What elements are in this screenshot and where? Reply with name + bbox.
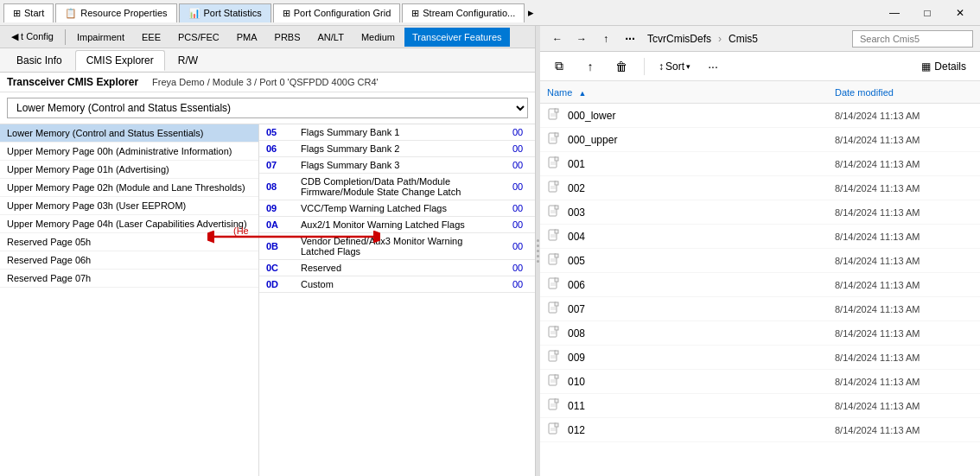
file-name: 000_lower <box>568 110 828 122</box>
register-row[interactable]: 0D Custom 00 <box>259 276 535 293</box>
explorer-more-nav-button[interactable]: ··· <box>620 29 640 49</box>
path-item-cmis5[interactable]: Cmis5 <box>725 31 761 47</box>
tab-port-config-grid[interactable]: ⊞ Port Configuration Grid <box>273 3 401 22</box>
file-list-item[interactable]: 001 8/14/2024 11:13 AM <box>540 152 980 176</box>
memory-page-dropdown[interactable]: Lower Memory (Control and Status Essenti… <box>7 98 528 118</box>
file-list-item[interactable]: 006 8/14/2024 11:13 AM <box>540 273 980 297</box>
close-button[interactable]: ✕ <box>944 1 977 25</box>
tab-rw-label: R/W <box>178 54 198 67</box>
memory-list-item[interactable]: Upper Memory Page 00h (Administrative In… <box>0 143 258 161</box>
register-table-area: 05 Flags Summary Bank 1 00 06 Flags Summ… <box>259 124 535 476</box>
file-list-item[interactable]: 004 8/14/2024 11:13 AM <box>540 225 980 249</box>
tab-basic-info[interactable]: Basic Info <box>5 50 73 71</box>
register-row[interactable]: 06 Flags Summary Bank 2 00 <box>259 141 535 157</box>
cmis-header: Transceiver CMIS Explorer Freya Demo / M… <box>0 73 535 92</box>
file-list-item[interactable]: 012 8/14/2024 11:13 AM <box>540 418 980 442</box>
register-row[interactable]: 0A Aux2/1 Monitor Warning Latched Flags … <box>259 217 535 233</box>
tab-resource-properties[interactable]: 📋 Resource Properties <box>55 3 176 22</box>
register-name: CDB Completion/Data Path/Module Firmware… <box>294 174 500 200</box>
eee-button[interactable]: EEE <box>134 28 169 47</box>
memory-page-list[interactable]: Lower Memory (Control and Status Essenti… <box>0 124 259 476</box>
stream-config-icon: ⊞ <box>411 8 419 19</box>
memory-list-item[interactable]: Reserved Page 06h <box>0 251 258 270</box>
memory-list-item[interactable]: Lower Memory (Control and Status Essenti… <box>0 124 258 143</box>
pma-button[interactable]: PMA <box>229 28 265 47</box>
explorer-file-list: 000_lower 8/14/2024 11:13 AM 000_upper 8… <box>540 104 980 476</box>
pcs-fec-button[interactable]: PCS/FEC <box>170 28 227 47</box>
col-header-name[interactable]: Name ▲ <box>547 87 835 98</box>
svg-rect-17 <box>555 181 558 185</box>
explorer-forward-button[interactable]: → <box>571 29 592 49</box>
file-list-item[interactable]: 011 8/14/2024 11:13 AM <box>540 394 980 418</box>
file-name: 002 <box>568 182 828 194</box>
file-list-item[interactable]: 005 8/14/2024 11:13 AM <box>540 249 980 273</box>
file-list-item[interactable]: 003 8/14/2024 11:13 AM <box>540 200 980 225</box>
minimize-button[interactable]: — <box>878 1 911 25</box>
explorer-more-options-button[interactable]: ··· <box>701 54 725 79</box>
register-name: Flags Summary Bank 3 <box>294 157 500 174</box>
explorer-copy-button[interactable]: ⧉ <box>547 54 571 79</box>
sort-icon: ↕ <box>659 60 664 73</box>
back-config-button[interactable]: ◀ t Config <box>3 28 61 47</box>
col-name-label: Name <box>547 87 572 98</box>
memory-list-item[interactable]: Upper Memory Page 02h (Module and Lane T… <box>0 179 258 197</box>
tab-start[interactable]: ⊞ Start <box>3 3 54 22</box>
explorer-back-button[interactable]: ← <box>547 29 568 49</box>
file-list-item[interactable]: 000_lower 8/14/2024 11:13 AM <box>540 104 980 128</box>
more-tabs-icon[interactable]: ▸ <box>528 6 534 19</box>
medium-button[interactable]: Medium <box>353 28 403 47</box>
register-value: 00 <box>500 276 535 293</box>
tab-cmis-explorer[interactable]: CMIS Explorer <box>75 50 165 71</box>
file-date: 8/14/2024 11:13 AM <box>835 232 973 242</box>
memory-list-item[interactable]: Reserved Page 07h <box>0 270 258 288</box>
explorer-column-headers: Name ▲ Date modified <box>540 81 980 104</box>
file-list-item[interactable]: 008 8/14/2024 11:13 AM <box>540 321 980 346</box>
register-row[interactable]: 05 Flags Summary Bank 1 00 <box>259 124 535 141</box>
memory-list-item[interactable]: Upper Memory Page 04h (Laser Capabilitie… <box>0 215 258 233</box>
file-name: 010 <box>568 376 828 388</box>
register-row[interactable]: 09 VCC/Temp Warning Latched Flags 00 <box>259 200 535 217</box>
explorer-up-button[interactable]: ↑ <box>595 29 616 49</box>
explorer-details-button[interactable]: ▦ Details <box>914 58 973 75</box>
tab-stream-config[interactable]: ⊞ Stream Configuratio... <box>402 3 525 22</box>
memory-list-item[interactable]: Upper Memory Page 01h (Advertising) <box>0 161 258 179</box>
explorer-delete-button[interactable]: 🗑 <box>609 54 633 79</box>
maximize-button[interactable]: □ <box>911 1 944 25</box>
file-list-item[interactable]: 007 8/14/2024 11:13 AM <box>540 297 980 321</box>
file-date: 8/14/2024 11:13 AM <box>835 135 973 145</box>
memory-list-item[interactable]: Reserved Page 05h <box>0 233 258 251</box>
explorer-sort-up-button[interactable]: ↕ Sort ▾ <box>655 54 694 79</box>
cmis-description: Freya Demo / Module 3 / Port 0 'QSFPDD 4… <box>152 77 379 87</box>
tab-stream-config-label: Stream Configuratio... <box>423 8 515 18</box>
col-header-date[interactable]: Date modified <box>835 87 973 98</box>
register-row[interactable]: 08 CDB Completion/Data Path/Module Firmw… <box>259 174 535 200</box>
file-list-item[interactable]: 010 8/14/2024 11:13 AM <box>540 370 980 394</box>
tab-rw[interactable]: R/W <box>167 50 209 71</box>
svg-rect-53 <box>555 399 558 403</box>
register-row[interactable]: 07 Flags Summary Bank 3 00 <box>259 157 535 174</box>
register-table: 05 Flags Summary Bank 1 00 06 Flags Summ… <box>259 124 535 293</box>
file-list-item[interactable]: 002 8/14/2024 11:13 AM <box>540 176 980 200</box>
register-name: VCC/Temp Warning Latched Flags <box>294 200 500 217</box>
memory-list-item[interactable]: Upper Memory Page 03h (User EEPROM) <box>0 197 258 215</box>
file-name: 000_upper <box>568 134 828 146</box>
file-list-item[interactable]: 000_upper 8/14/2024 11:13 AM <box>540 128 980 152</box>
register-row[interactable]: 0C Reserved 00 <box>259 260 535 276</box>
explorer-share-button[interactable]: ↑ <box>578 54 602 79</box>
path-item-tcvrcmisdefs[interactable]: TcvrCmisDefs <box>644 31 715 47</box>
file-icon <box>547 131 561 149</box>
transceiver-features-button[interactable]: Transceiver Features <box>404 28 510 47</box>
file-icon <box>547 276 561 294</box>
register-row[interactable]: 0B Vendor Defined/Aux3 Monitor Warning L… <box>259 233 535 260</box>
resize-dot <box>537 260 539 263</box>
explorer-toolbar: ⧉ ↑ 🗑 ↕ Sort ▾ ··· ▦ Details <box>540 52 980 81</box>
file-name: 009 <box>568 352 828 364</box>
tab-port-statistics[interactable]: 📊 Port Statistics <box>179 3 271 22</box>
an-lt-button[interactable]: AN/LT <box>310 28 352 47</box>
explorer-search-input[interactable] <box>852 30 973 48</box>
file-list-item[interactable]: 009 8/14/2024 11:13 AM <box>540 346 980 370</box>
svg-rect-57 <box>555 423 558 427</box>
impairment-button[interactable]: Impairment <box>69 28 132 47</box>
prbs-button[interactable]: PRBS <box>267 28 309 47</box>
details-icon: ▦ <box>921 60 931 73</box>
